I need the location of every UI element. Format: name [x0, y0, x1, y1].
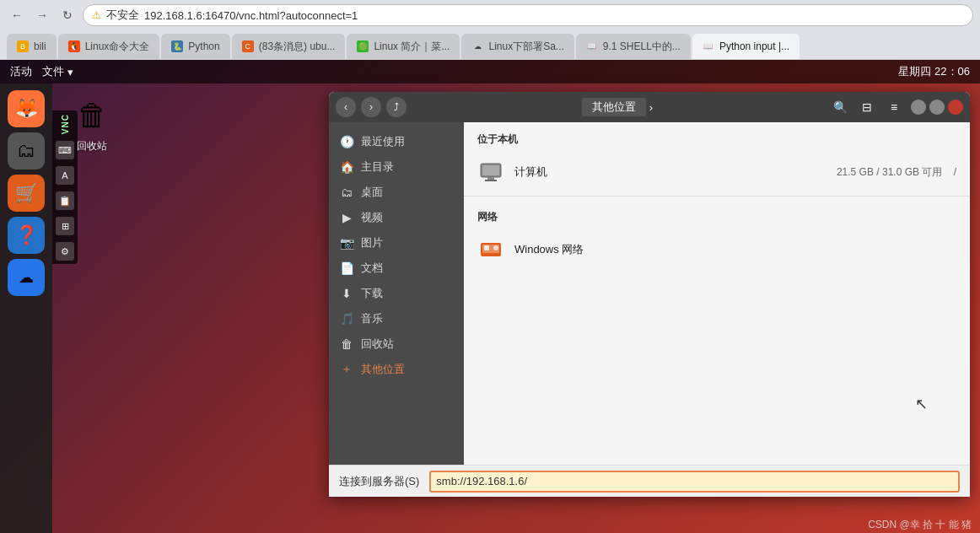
tab-favicon-ubuntu: C — [242, 40, 254, 52]
sidebar-label-pictures: 图片 — [361, 235, 383, 250]
windows-network-icon — [477, 236, 504, 263]
sidebar-label-desktop: 桌面 — [361, 185, 383, 200]
trash-sidebar-icon: 🗑 — [339, 337, 354, 351]
top-panel: 活动 文件 ▾ 星期四 22：06 — [0, 60, 980, 83]
tab-python-input[interactable]: 📖 Python input |... — [692, 34, 800, 59]
left-dock: 🦊 🗂 🛒 ❓ ☁ — [0, 83, 52, 533]
sidebar-item-downloads[interactable]: ⬇ 下载 — [329, 281, 464, 306]
fm-location-bar: 其他位置 › — [412, 98, 823, 116]
trash-icon: 🗑 — [72, 95, 112, 136]
trash-label: 回收站 — [77, 139, 107, 153]
list-item-computer[interactable]: 计算机 21.5 GB / 31.0 GB 可用 / — [464, 152, 970, 192]
tab-favicon-linux-cmd: 🐧 — [68, 40, 80, 52]
file-manager-window: ‹ › ⤴ 其他位置 › 🔍 ⊟ ≡ 🕐 — [329, 92, 970, 497]
vnc-clipboard-btn2[interactable]: 📋 — [56, 191, 74, 210]
forward-button[interactable]: → — [32, 5, 52, 25]
tab-favicon-python-input: 📖 — [703, 40, 714, 52]
sidebar-item-trash[interactable]: 🗑 回收站 — [329, 331, 464, 357]
security-warning-icon: ⚠ — [92, 9, 101, 21]
window-maximize-button[interactable] — [929, 100, 945, 115]
desktop-icon: 🗂 — [339, 186, 354, 199]
reload-button[interactable]: ↻ — [57, 5, 78, 25]
dock-icon-software[interactable]: 🛒 — [8, 175, 45, 212]
fm-view-button[interactable]: ⊟ — [855, 95, 879, 119]
activities-button[interactable]: 活动 — [10, 64, 32, 79]
list-item-windows-network[interactable]: Windows 网络 — [464, 229, 970, 270]
tab-shell[interactable]: 📖 9.1 SHELL中的... — [576, 34, 691, 59]
file-menu-label: 文件 — [42, 64, 64, 79]
fm-forward-button[interactable]: › — [361, 97, 381, 117]
vnc-keyboard-btn[interactable]: ⌨ — [56, 141, 74, 159]
sidebar-label-videos: 视频 — [361, 210, 383, 225]
sidebar-item-other[interactable]: ＋ 其他位置 — [329, 357, 464, 382]
dock-icon-baidu[interactable]: ☁ — [8, 259, 45, 296]
tab-python[interactable]: 🐍 Python — [161, 34, 229, 59]
vnc-label: VNC — [61, 114, 70, 134]
window-close-button[interactable] — [948, 100, 963, 115]
fm-up-button[interactable]: ⤴ — [386, 97, 407, 117]
vnc-settings-btn[interactable]: ⚙ — [56, 242, 74, 261]
sidebar-item-documents[interactable]: 📄 文档 — [329, 256, 464, 281]
recent-icon: 🕐 — [339, 135, 354, 148]
tab-label-linux-intro: Linux 简介｜菜... — [374, 40, 450, 54]
vnc-clipboard-btn[interactable]: A — [56, 166, 74, 185]
other-icon: ＋ — [339, 362, 354, 377]
dock-icon-firefox[interactable]: 🦊 — [8, 90, 45, 127]
browser-nav-bar: ← → ↻ ⚠ 不安全 192.168.1.6:16470/vnc.html?a… — [0, 0, 980, 30]
fm-menu-button[interactable]: ≡ — [882, 95, 906, 119]
server-address-input[interactable] — [429, 471, 960, 493]
tab-bili[interactable]: B bili — [7, 34, 57, 59]
sidebar-item-music[interactable]: 🎵 音乐 — [329, 306, 464, 331]
dock-icon-files[interactable]: 🗂 — [8, 132, 45, 170]
vnc-panel: VNC ⌨ A 📋 ⊞ ⚙ — [52, 110, 78, 264]
sidebar-label-music: 音乐 — [361, 311, 383, 326]
connect-to-server-label: 连接到服务器(S) — [339, 474, 419, 489]
address-bar[interactable]: ⚠ 不安全 192.168.1.6:16470/vnc.html?autocon… — [83, 4, 973, 26]
tab-favicon-linux-intro: 🟢 — [357, 40, 369, 52]
desktop-icon-trash[interactable]: 🗑 回收站 — [72, 95, 112, 153]
address-text: 192.168.1.6:16470/vnc.html?autoconnect=1 — [144, 9, 358, 22]
panel-left: 活动 文件 ▾ — [10, 64, 73, 79]
file-menu[interactable]: 文件 ▾ — [42, 64, 73, 79]
back-button[interactable]: ← — [7, 5, 27, 25]
separator — [464, 196, 970, 197]
fm-body: 🕐 最近使用 🏠 主目录 🗂 桌面 ▶ 视频 📷 图片 — [329, 122, 970, 465]
tab-favicon-shell: 📖 — [586, 40, 598, 52]
sidebar-item-pictures[interactable]: 📷 图片 — [329, 230, 464, 256]
pictures-icon: 📷 — [339, 236, 354, 250]
vnc-display-btn[interactable]: ⊞ — [56, 217, 74, 235]
sidebar-item-desktop[interactable]: 🗂 桌面 — [329, 180, 464, 205]
browser-tabs: B bili 🐧 Linux命令大全 🐍 Python C (83条消息) ub… — [0, 30, 980, 59]
sidebar-label-recent: 最近使用 — [361, 134, 405, 149]
computer-path: / — [954, 166, 956, 178]
tab-favicon-linux-deploy: ☁ — [471, 40, 483, 52]
computer-icon — [477, 159, 504, 186]
fm-search-button[interactable]: 🔍 — [828, 95, 852, 119]
windows-network-name: Windows 网络 — [514, 242, 956, 257]
computer-info: 21.5 GB / 31.0 GB 可用 / — [837, 165, 956, 180]
tab-label-ubuntu: (83条消息) ubu... — [259, 40, 336, 54]
sidebar-item-home[interactable]: 🏠 主目录 — [329, 154, 464, 180]
tab-linux-intro[interactable]: 🟢 Linux 简介｜菜... — [347, 34, 460, 59]
on-this-computer-title: 位于本机 — [464, 122, 970, 152]
dock-icon-help[interactable]: ❓ — [8, 217, 45, 254]
fm-back-button[interactable]: ‹ — [336, 97, 356, 117]
tab-ubuntu[interactable]: C (83条消息) ubu... — [232, 34, 346, 59]
csdn-watermark: CSDN @幸 拾 十 能 猪 — [868, 518, 972, 532]
svg-rect-6 — [484, 245, 489, 250]
tab-linux-cmd[interactable]: 🐧 Linux命令大全 — [58, 34, 160, 59]
videos-icon: ▶ — [339, 211, 354, 224]
fm-location-arrow: › — [649, 101, 653, 114]
downloads-icon: ⬇ — [339, 287, 354, 300]
sidebar-label-trash: 回收站 — [361, 336, 394, 352]
fm-bottom-bar: 连接到服务器(S) — [329, 465, 970, 497]
cursor: ↖ — [915, 395, 928, 413]
security-warning-text: 不安全 — [106, 8, 139, 23]
sidebar-item-recent[interactable]: 🕐 最近使用 — [329, 129, 464, 154]
tab-linux-deploy[interactable]: ☁ Linux下部署Sa... — [461, 34, 573, 59]
svg-rect-3 — [485, 180, 497, 181]
sidebar-label-downloads: 下载 — [361, 286, 383, 301]
tab-label-python-input: Python input |... — [719, 40, 789, 52]
sidebar-item-videos[interactable]: ▶ 视频 — [329, 205, 464, 230]
window-minimize-button[interactable] — [911, 100, 926, 115]
